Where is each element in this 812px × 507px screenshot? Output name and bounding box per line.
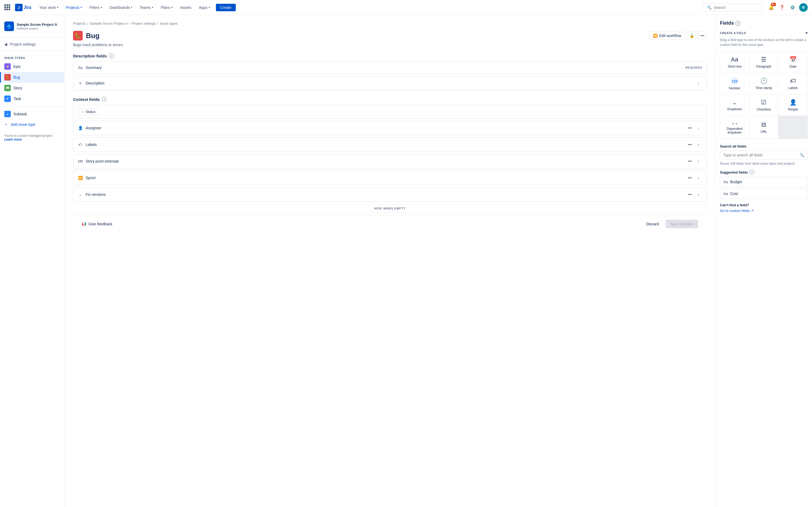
labels-field-row: 🏷 Labels ••• ›	[73, 137, 706, 152]
summary-field-row: Aa Summary REQUIRED	[73, 62, 706, 73]
field-type-number[interactable]: 123 Number	[720, 73, 749, 95]
assignee-field-card[interactable]: 👤 Assignee ••• ›	[73, 121, 707, 135]
field-type-dropdown[interactable]: ⌄ Dropdown	[720, 95, 749, 116]
field-type-people[interactable]: 👤 People	[778, 95, 807, 116]
sprint-more-button[interactable]: •••	[686, 174, 694, 182]
breadcrumb-project-name[interactable]: Sample Scrum Project A	[90, 21, 128, 25]
labels-field-card[interactable]: 🏷 Labels ••• ›	[73, 137, 707, 152]
discard-button[interactable]: Discard	[642, 220, 663, 228]
story-point-chevron-button[interactable]: ›	[695, 158, 702, 165]
custom-fields-link[interactable]: Go to custom fields ↗	[720, 209, 808, 213]
sidebar: 🔷 Sample Scrum Project A Software projec…	[0, 15, 64, 507]
sidebar-item-task[interactable]: ✔ Task	[0, 93, 64, 104]
filters-nav[interactable]: Filters ▾	[87, 4, 105, 11]
create-button[interactable]: Create	[216, 4, 236, 11]
save-changes-button[interactable]: Save changes	[666, 220, 698, 228]
search-all-input[interactable]	[723, 153, 798, 157]
fix-versions-field-card[interactable]: ⌄ Fix versions ••• ›	[73, 187, 707, 202]
sprint-field-card[interactable]: ⏩ Sprint ••• ›	[73, 171, 707, 185]
grid-menu-icon[interactable]	[4, 4, 11, 11]
timestamp-icon: 🕐	[760, 77, 767, 84]
assets-nav[interactable]: Assets	[177, 4, 194, 11]
page-title: Bug	[86, 32, 100, 40]
required-badge: REQUIRED	[686, 66, 702, 69]
budget-field-name: Budget	[730, 180, 742, 184]
apps-nav[interactable]: Apps ▾	[196, 4, 213, 11]
field-type-paragraph[interactable]: ☰ Paragraph	[750, 52, 778, 73]
context-fields-info-icon[interactable]: i	[102, 97, 107, 102]
settings-button[interactable]: ⚙️	[789, 3, 797, 12]
header-actions: 🔀 Edit workflow 🔒 •••	[649, 32, 707, 40]
jira-logo[interactable]: J Jira	[15, 4, 31, 11]
sidebar-item-epic[interactable]: ⚡ Epic	[0, 61, 64, 72]
your-work-nav[interactable]: Your work ▾	[37, 4, 61, 11]
sidebar-divider-2	[0, 51, 64, 51]
fix-versions-chevron-button[interactable]: ›	[695, 191, 702, 198]
field-type-url[interactable]: ⊟ URL	[750, 116, 778, 139]
summary-field-card: Aa Summary REQUIRED	[73, 61, 707, 74]
feedback-button[interactable]: 📢 Give feedback	[82, 222, 112, 226]
sidebar-item-subtask[interactable]: ↙ Subtask	[0, 109, 64, 119]
story-point-field-name: Story point estimate	[86, 159, 683, 163]
search-input[interactable]	[714, 5, 759, 10]
description-field-name: Description	[86, 81, 692, 85]
project-header: 🔷 Sample Scrum Project A Software projec…	[0, 19, 64, 36]
chevron-down-icon: ▾	[131, 6, 132, 9]
labels-more-button[interactable]: •••	[686, 141, 694, 148]
search-box[interactable]: 🔍	[704, 3, 763, 11]
create-field-header: CREATE A FIELD ▾	[720, 30, 808, 36]
help-button[interactable]: ❓	[778, 3, 786, 12]
teams-nav[interactable]: Teams ▾	[137, 4, 156, 11]
checkbox-icon: ☑	[761, 99, 766, 106]
assignee-field-name: Assignee	[86, 126, 683, 130]
breadcrumb-project-settings[interactable]: Project settings	[132, 21, 156, 25]
description-chevron-button[interactable]: ›	[695, 79, 702, 87]
assignee-chevron-button[interactable]: ›	[695, 124, 702, 132]
fields-info-icon[interactable]: i	[735, 21, 740, 26]
plans-nav[interactable]: Plans ▾	[158, 4, 175, 11]
fields-panel-title: Fields i	[720, 20, 808, 26]
field-type-timestamp[interactable]: 🕐 Time stamp	[750, 73, 778, 95]
back-icon: ◀	[4, 42, 7, 46]
field-type-short-text[interactable]: Aa Short text	[720, 52, 749, 73]
sidebar-item-bug[interactable]: 🐛 Bug	[0, 72, 64, 82]
lock-button[interactable]: 🔒	[688, 32, 696, 40]
projects-nav[interactable]: Projects ▾	[63, 4, 85, 11]
more-options-button[interactable]: •••	[698, 32, 707, 40]
description-fields-info-icon[interactable]: i	[109, 53, 114, 58]
dashboards-nav[interactable]: Dashboards ▾	[107, 4, 135, 11]
assignee-more-button[interactable]: •••	[686, 124, 694, 132]
budget-text-icon: Aa	[723, 180, 728, 184]
story-point-field-card[interactable]: 123 Story point estimate ••• ›	[73, 154, 707, 168]
description-field-card[interactable]: ≡ Description ›	[73, 76, 707, 91]
field-type-date[interactable]: 📅 Date	[778, 52, 807, 73]
external-link-icon: ↗	[751, 209, 754, 213]
search-all-icon: 🔍	[800, 153, 804, 157]
suggested-field-budget[interactable]: Aa Budget	[720, 177, 808, 187]
nav-icons-group: 🔔 9+ ❓ ⚙️ R	[767, 3, 808, 12]
project-icon: 🔷	[4, 21, 14, 31]
field-type-checkbox[interactable]: ☑ Checkbox	[750, 95, 778, 116]
breadcrumb-projects[interactable]: Projects	[73, 21, 86, 25]
add-issue-type-button[interactable]: ＋ Add issue type	[0, 119, 64, 129]
learn-more-link[interactable]: Learn more	[4, 137, 22, 142]
labels-chevron-button[interactable]: ›	[695, 141, 702, 148]
suggested-field-cost[interactable]: Aa Cost	[720, 188, 808, 199]
avatar[interactable]: R	[799, 3, 808, 12]
field-type-labels[interactable]: 🏷 Labels	[778, 73, 807, 95]
fix-versions-more-button[interactable]: •••	[686, 191, 694, 198]
edit-workflow-button[interactable]: 🔀 Edit workflow	[649, 32, 685, 40]
field-type-dependent-dropdown[interactable]: ⌄⌄ Dependent dropdown	[720, 116, 749, 139]
status-chip[interactable]: → Status	[78, 108, 99, 115]
search-all-input-container[interactable]: 🔍	[720, 151, 808, 160]
story-point-more-button[interactable]: •••	[686, 158, 694, 165]
notifications-button[interactable]: 🔔 9+	[767, 3, 775, 12]
sidebar-item-story[interactable]: 📖 Story	[0, 82, 64, 93]
collapse-icon[interactable]: ▾	[806, 30, 808, 36]
sprint-chevron-button[interactable]: ›	[695, 174, 702, 182]
assignee-field-row: 👤 Assignee ••• ›	[73, 121, 706, 135]
suggested-info-icon[interactable]: i	[750, 170, 754, 175]
issue-types-section-title: Issue types	[0, 53, 64, 61]
page-header: 🐛 Bug 🔀 Edit workflow 🔒 •••	[73, 31, 707, 41]
sidebar-item-project-settings[interactable]: ◀ Project settings	[0, 40, 64, 49]
